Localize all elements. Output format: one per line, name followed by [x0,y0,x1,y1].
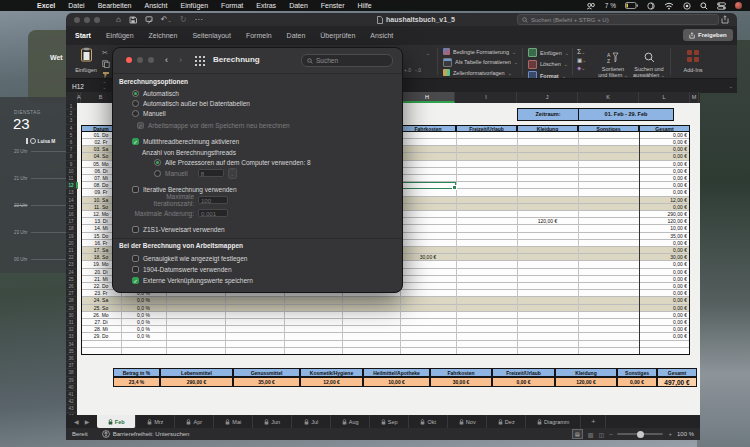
column-header-H[interactable]: H [400,92,455,103]
print-icon[interactable] [145,16,153,24]
menu-item-daten[interactable]: Daten [289,2,308,9]
manual-threads-input[interactable]: 8 [198,169,224,177]
checkbox-iterative[interactable]: Iterative Berechnung verwenden [132,185,237,193]
sheet-tab-feb[interactable]: Feb [97,415,136,428]
radio-manual[interactable]: Manuell [132,109,166,117]
ribbon-tab-daten[interactable]: Daten [286,26,307,47]
format-as-table-button[interactable]: Als Tabelle formatieren⌄ [443,58,518,67]
sheet-tab-mai[interactable]: Mai [214,415,253,428]
radio-manual-control[interactable] [132,110,139,117]
more-commands-icon[interactable]: ⋯ [194,15,202,24]
menu-item-format[interactable]: Format [221,2,243,9]
fill-icon[interactable]: ▣⌄ [577,57,586,63]
delete-cells-button[interactable]: Löschen⌄ [528,60,569,69]
add-sheet-button[interactable]: + [581,415,606,428]
number-format-dropdown-icon[interactable]: ⌄ [426,50,430,56]
zoom-slider-knob[interactable] [637,431,644,438]
titlebar-search[interactable]: Suchen (Befehl + STRG + U) [517,14,719,25]
conditional-formatting-button[interactable]: Bedingte Formatierung⌄ [443,48,518,55]
checkbox-z1s1[interactable]: Z1S1-Verweisart verwenden [132,225,225,233]
ribbon-tab-einfügen[interactable]: Einfügen [105,26,135,47]
fill-handle[interactable] [452,185,457,190]
menu-item-extras[interactable]: Extras [256,2,276,9]
decrease-decimal-icon[interactable]: -.0 [415,67,421,73]
checkbox-multithread[interactable]: ✓Multithreadberechnung aktivieren [132,137,239,145]
column-header-M[interactable]: M [690,92,699,103]
minimize-window-button[interactable] [84,17,90,23]
checkbox-iterative-control[interactable] [132,186,139,193]
zoom-level[interactable]: 100 % [677,431,694,437]
ribbon-tab-seitenlayout[interactable]: Seitenlayout [191,26,232,47]
checkbox-precision[interactable]: Genauigkeit wie angezeigt festlegen [132,254,247,262]
column-header-I[interactable]: I [456,92,517,103]
radio-auto-except-control[interactable] [132,100,139,107]
menu-item-einfügen[interactable]: Einfügen [180,2,208,9]
menu-item-datei[interactable]: Datei [68,2,84,9]
zoom-window-button[interactable] [94,17,100,23]
checkbox-multithread-control[interactable]: ✓ [132,138,139,145]
menu-item-ansicht[interactable]: Ansicht [145,2,168,9]
ribbon-tab-formeln[interactable]: Formeln [245,26,273,47]
dialog-close-button[interactable] [126,57,132,63]
checkbox-1904-dates[interactable]: 1904-Datumswerte verwenden [132,265,232,273]
ribbon-tab-überprüfen[interactable]: Überprüfen [319,26,356,47]
sheet-tab-sep[interactable]: Sep [370,415,409,428]
dialog-forward-icon[interactable]: › [179,55,182,65]
column-header-J[interactable]: J [517,92,578,103]
dialog-search[interactable]: Suchen [301,54,393,67]
radio-automatic-control[interactable] [132,90,139,97]
sheet-tab-jun[interactable]: Jun [253,415,292,428]
dialog-all-settings-icon[interactable] [195,56,205,66]
sheet-tab-dez[interactable]: Dez [487,415,526,428]
user-avatar[interactable] [735,2,742,9]
share-icon[interactable] [721,15,729,24]
menu-item-bearbeiten[interactable]: Bearbeiten [98,2,132,9]
zoom-slider[interactable] [617,433,663,435]
checkbox-z1s1-control[interactable] [132,226,139,233]
manual-threads-stepper[interactable]: ⌃⌄ [228,168,237,179]
copy-icon[interactable] [102,60,110,68]
window-titlebar[interactable]: ⌂ ↶⌄ ↻ ⋯ haushaltsbuch_v1_5 Suchen (Befe… [66,13,737,26]
formula-bar-expand-icon[interactable]: ⌄ [729,83,733,89]
close-window-button[interactable] [74,17,80,23]
share-button[interactable]: Freigeben [683,29,733,41]
page-break-view-icon[interactable]: ◫ [598,431,604,438]
sort-filter-button[interactable]: AZ Sortierenund filtern ⌄ [597,49,629,78]
increase-decimal-icon[interactable]: +.0 [404,67,411,73]
calculation-dialog[interactable]: ‹ › Berechnung Suchen Berechnungsoptione… [112,47,403,293]
record-icon[interactable] [683,2,691,10]
normal-view-icon[interactable]: ▤ [572,429,583,439]
selected-cell[interactable] [400,182,456,189]
format-painter-icon[interactable] [102,71,110,78]
dialog-titlebar[interactable]: ‹ › Berechnung Suchen [113,48,402,74]
cell-styles-button[interactable]: Zellenformatvorlagen⌄ [443,69,518,76]
radio-manual-threads-control[interactable] [154,170,161,177]
sheet-tab-jul[interactable]: Jul [292,415,331,428]
home-icon[interactable]: ⌂ [116,15,121,24]
accessibility-status[interactable]: Barrierefreiheit: Untersuchen [102,430,190,438]
redo-icon[interactable]: ↻ [180,15,187,24]
sheet-tab-nov[interactable]: Nov [448,415,487,428]
checkbox-external-links-control[interactable]: ✓ [132,277,139,284]
find-select-button[interactable]: Suchen undauswählen ⌄ [632,49,666,78]
sheet-tab-mrz[interactable]: Mrz [136,415,175,428]
save-icon[interactable] [129,16,137,24]
sheet-tab-aug[interactable]: Aug [331,415,370,428]
page-layout-view-icon[interactable]: ▥ [588,431,594,438]
sheet-tab-okt[interactable]: Okt [409,415,448,428]
menu-item-excel[interactable]: Excel [37,2,55,9]
radio-auto-except-tables[interactable]: Automatisch außer bei Datentabellen [132,99,250,107]
screen-mirroring-icon[interactable] [586,2,596,10]
autosum-icon[interactable]: Σ⌄ [577,48,586,55]
sheet-tab-next-icon[interactable]: ▶ [85,418,90,425]
zoom-out-icon[interactable]: – [609,431,612,437]
control-center-icon[interactable] [717,2,726,10]
ribbon-tab-ansicht[interactable]: Ansicht [369,26,394,47]
name-box[interactable]: H12 ⌃⌄ [72,81,106,91]
checkbox-external-links[interactable]: ✓Externe Verknüpfungswerte speichern [132,276,253,284]
cut-icon[interactable]: ✂ [102,49,110,57]
ribbon-tab-start[interactable]: Start [74,26,92,47]
checkbox-precision-control[interactable] [132,255,139,262]
menu-item-fenster[interactable]: Fenster [321,2,345,9]
zoom-in-icon[interactable]: + [668,431,672,437]
